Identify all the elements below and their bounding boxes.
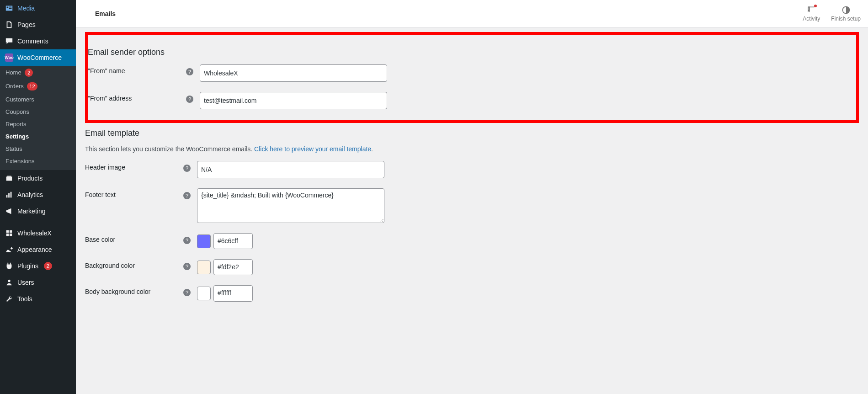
sidebar-label: Marketing xyxy=(17,208,45,215)
base-color-input[interactable] xyxy=(213,233,253,249)
sidebar-item-comments[interactable]: Comments xyxy=(0,33,76,49)
help-icon[interactable]: ? xyxy=(183,165,191,172)
body-bg-input[interactable] xyxy=(213,285,253,301)
base-color-swatch[interactable] xyxy=(197,234,211,248)
tab-emails[interactable]: Emails xyxy=(83,1,128,27)
sidebar-label: Comments xyxy=(17,37,48,45)
woocommerce-icon: Woo xyxy=(5,53,14,62)
users-icon xyxy=(5,278,14,287)
sidebar-item-woocommerce[interactable]: Woo WooCommerce xyxy=(0,49,76,66)
svg-rect-8 xyxy=(10,234,12,236)
svg-rect-6 xyxy=(10,230,12,233)
sidebar-item-products[interactable]: Products xyxy=(0,170,76,186)
from-address-input[interactable] xyxy=(200,92,387,109)
sidebar-label: Products xyxy=(17,175,43,182)
sidebar-item-analytics[interactable]: Analytics xyxy=(0,186,76,203)
topbar-actions: Activity Finish setup xyxy=(803,5,861,22)
sidebar-item-marketing[interactable]: Marketing xyxy=(0,203,76,219)
from-name-input[interactable] xyxy=(200,64,387,82)
svg-rect-2 xyxy=(6,195,8,197)
help-icon[interactable]: ? xyxy=(183,192,191,199)
sidebar-item-users[interactable]: Users xyxy=(0,274,76,291)
body-bg-row: Body background color ? xyxy=(85,285,859,301)
finish-setup-button[interactable]: Finish setup xyxy=(831,5,861,22)
sidebar-label: Media xyxy=(17,5,35,12)
main-content: Emails Activity Finish setup Email sende… xyxy=(76,0,868,394)
products-icon xyxy=(5,174,14,183)
tools-icon xyxy=(5,294,14,303)
help-icon[interactable]: ? xyxy=(186,96,193,103)
pages-icon xyxy=(5,20,14,29)
sidebar-item-appearance[interactable]: Appearance xyxy=(0,241,76,258)
from-name-label: "From" name xyxy=(88,64,186,75)
sidebar-item-media[interactable]: Media xyxy=(0,0,76,16)
preview-template-link[interactable]: Click here to preview your email templat… xyxy=(254,145,371,153)
from-address-row: "From" address ? xyxy=(88,92,856,109)
sidebar-sub-status[interactable]: Status xyxy=(0,143,76,155)
sidebar-label: Tools xyxy=(17,295,32,303)
admin-sidebar: Media Pages Comments Woo WooCommerce Hom… xyxy=(0,0,76,394)
footer-text-row: Footer text ? {site_title} &mdash; Built… xyxy=(85,188,859,223)
svg-point-9 xyxy=(8,280,10,282)
svg-rect-7 xyxy=(6,234,9,236)
from-address-label: "From" address xyxy=(88,92,186,102)
sidebar-label: Users xyxy=(17,279,34,286)
template-heading: Email template xyxy=(85,128,859,138)
notification-dot xyxy=(814,5,817,7)
sidebar-label: Analytics xyxy=(17,191,43,198)
sidebar-sub-home[interactable]: Home 2 xyxy=(0,66,76,80)
footer-text-label: Footer text xyxy=(85,188,183,198)
appearance-icon xyxy=(5,245,14,254)
body-bg-swatch[interactable] xyxy=(197,287,211,300)
sender-heading: Email sender options xyxy=(88,48,856,57)
sidebar-item-plugins[interactable]: Plugins 2 xyxy=(0,258,76,274)
plugins-icon xyxy=(5,261,14,271)
base-color-label: Base color xyxy=(85,233,183,243)
svg-rect-3 xyxy=(8,193,10,197)
svg-rect-0 xyxy=(6,176,12,181)
sidebar-item-pages[interactable]: Pages xyxy=(0,16,76,33)
sidebar-label: Pages xyxy=(17,21,36,28)
bg-color-row: Background color ? xyxy=(85,259,859,275)
header-image-label: Header image xyxy=(85,161,183,171)
template-description: This section lets you customize the WooC… xyxy=(85,145,859,153)
badge: 2 xyxy=(25,69,33,77)
header-image-input[interactable] xyxy=(197,161,384,178)
activity-icon xyxy=(807,5,816,15)
sidebar-sub-customers[interactable]: Customers xyxy=(0,93,76,106)
bg-color-swatch[interactable] xyxy=(197,261,211,274)
from-name-row: "From" name ? xyxy=(88,64,856,82)
settings-content: Email sender options "From" name ? "From… xyxy=(76,27,868,316)
sidebar-submenu: Home 2 Orders 12 Customers Coupons Repor… xyxy=(0,66,76,170)
sidebar-item-tools[interactable]: Tools xyxy=(0,291,76,307)
wholesalex-icon xyxy=(5,229,14,238)
svg-rect-1 xyxy=(7,176,11,177)
badge: 2 xyxy=(44,262,52,270)
help-icon[interactable]: ? xyxy=(183,263,191,270)
help-icon[interactable]: ? xyxy=(183,237,191,244)
sidebar-sub-coupons[interactable]: Coupons xyxy=(0,106,76,118)
sidebar-sub-extensions[interactable]: Extensions xyxy=(0,155,76,167)
bg-color-input[interactable] xyxy=(213,259,253,275)
activity-button[interactable]: Activity xyxy=(803,5,820,22)
help-icon[interactable]: ? xyxy=(186,68,193,75)
finish-icon xyxy=(841,5,851,15)
topbar-action-label: Activity xyxy=(803,16,820,22)
body-bg-label: Body background color xyxy=(85,285,183,295)
sidebar-sub-settings[interactable]: Settings xyxy=(0,130,76,143)
help-icon[interactable]: ? xyxy=(183,289,191,296)
sidebar-label: Appearance xyxy=(17,246,52,253)
comments-icon xyxy=(5,37,14,46)
sidebar-item-wholesalex[interactable]: WholesaleX xyxy=(0,225,76,241)
sidebar-sub-orders[interactable]: Orders 12 xyxy=(0,80,76,93)
sidebar-label: WooCommerce xyxy=(17,54,62,61)
sidebar-label: WholesaleX xyxy=(17,229,52,237)
media-icon xyxy=(5,4,14,13)
footer-text-input[interactable]: {site_title} &mdash; Built with {WooComm… xyxy=(197,188,384,223)
svg-rect-5 xyxy=(6,230,9,233)
sidebar-sub-reports[interactable]: Reports xyxy=(0,118,76,130)
marketing-icon xyxy=(5,207,14,216)
topbar: Emails Activity Finish setup xyxy=(76,0,868,27)
email-sender-highlight: Email sender options "From" name ? "From… xyxy=(85,32,859,123)
topbar-action-label: Finish setup xyxy=(831,16,861,22)
